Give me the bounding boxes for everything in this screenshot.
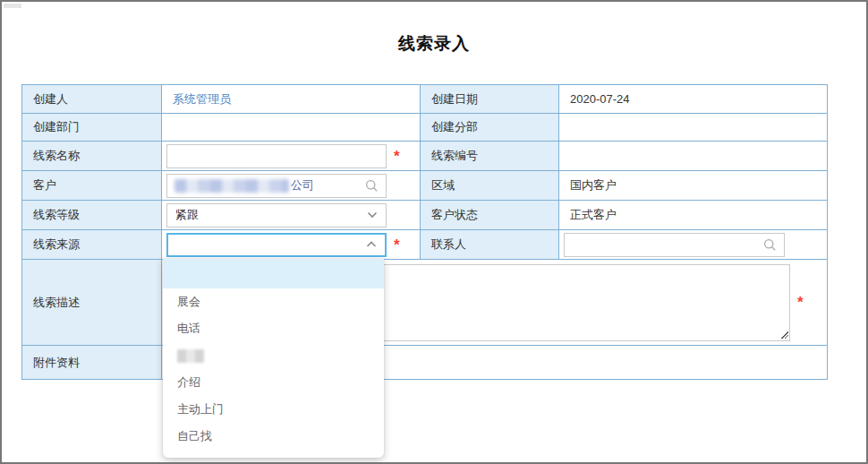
- row-customer-region: 客户 公司 区域 国内客户: [22, 171, 828, 201]
- row-name-no: 线索名称 * 线索编号: [22, 142, 828, 171]
- creator-value-link[interactable]: 系统管理员: [162, 91, 231, 107]
- lead-name-label: 线索名称: [22, 142, 162, 171]
- resize-grip-icon[interactable]: [780, 331, 788, 339]
- dropdown-option[interactable]: 展会: [163, 288, 384, 315]
- lead-source-dropdown: 展会 电话 介绍 主动上门 自己找: [163, 259, 384, 458]
- lead-no-label: 线索编号: [421, 142, 559, 171]
- customer-label: 客户: [22, 171, 162, 201]
- dropdown-option[interactable]: 主动上门: [163, 396, 384, 423]
- lead-name-required-mark: *: [394, 149, 400, 164]
- create-date-label: 创建日期: [421, 85, 559, 114]
- dropdown-option-redacted[interactable]: [163, 342, 384, 369]
- search-icon[interactable]: [763, 238, 777, 252]
- lead-entry-window: 线索录入 创建人 系统管理员 创建日期 2020-07-24 创建部门 创建分部…: [0, 0, 868, 464]
- lead-source-label: 线索来源: [22, 230, 162, 260]
- redacted-text-block: [177, 349, 204, 363]
- row-level-status: 线索等级 紧跟 客户状态 正式客户: [22, 201, 828, 230]
- lead-level-value: 紧跟: [175, 207, 199, 223]
- customer-name-suffix: 公司: [291, 177, 314, 193]
- customer-status-label: 客户状态: [421, 201, 559, 230]
- contact-search-input[interactable]: [564, 233, 785, 257]
- search-icon[interactable]: [365, 179, 379, 193]
- dropdown-option-blank[interactable]: [163, 259, 384, 288]
- lead-desc-label: 线索描述: [22, 260, 162, 346]
- customer-status-value: 正式客户: [559, 207, 617, 223]
- lead-desc-required-mark: *: [797, 295, 804, 310]
- lead-source-select[interactable]: [166, 233, 387, 257]
- row-creator-date: 创建人 系统管理员 创建日期 2020-07-24: [22, 85, 828, 114]
- row-source-contact: 线索来源 * 联系人: [22, 230, 828, 260]
- chevron-up-icon: [366, 241, 377, 248]
- creator-label: 创建人: [22, 85, 162, 114]
- row-dept-branch: 创建部门 创建分部: [22, 114, 828, 142]
- dropdown-option[interactable]: 电话: [163, 315, 384, 342]
- create-dept-label: 创建部门: [22, 114, 162, 142]
- contact-label: 联系人: [421, 230, 559, 260]
- attachment-label: 附件资料: [22, 346, 162, 380]
- create-branch-label: 创建分部: [421, 114, 559, 142]
- page-title: 线索录入: [2, 32, 866, 56]
- customer-search-input[interactable]: 公司: [166, 174, 387, 198]
- lead-entry-form: 创建人 系统管理员 创建日期 2020-07-24 创建部门 创建分部 线索名称…: [21, 84, 828, 380]
- region-value: 国内客户: [559, 177, 617, 193]
- dropdown-option[interactable]: 自己找: [163, 423, 384, 450]
- row-description: 线索描述 *: [22, 260, 828, 346]
- lead-name-input[interactable]: [166, 144, 387, 168]
- lead-level-label: 线索等级: [22, 201, 162, 230]
- create-date-value: 2020-07-24: [559, 92, 630, 106]
- chevron-down-icon: [367, 211, 378, 219]
- window-artifact: [4, 4, 21, 8]
- customer-name-redacted: [174, 179, 289, 193]
- row-attachment: 附件资料: [22, 346, 828, 380]
- dropdown-option[interactable]: 介绍: [163, 369, 384, 396]
- lead-level-select[interactable]: 紧跟: [166, 203, 387, 228]
- region-label: 区域: [421, 171, 559, 201]
- lead-source-required-mark: *: [394, 237, 400, 253]
